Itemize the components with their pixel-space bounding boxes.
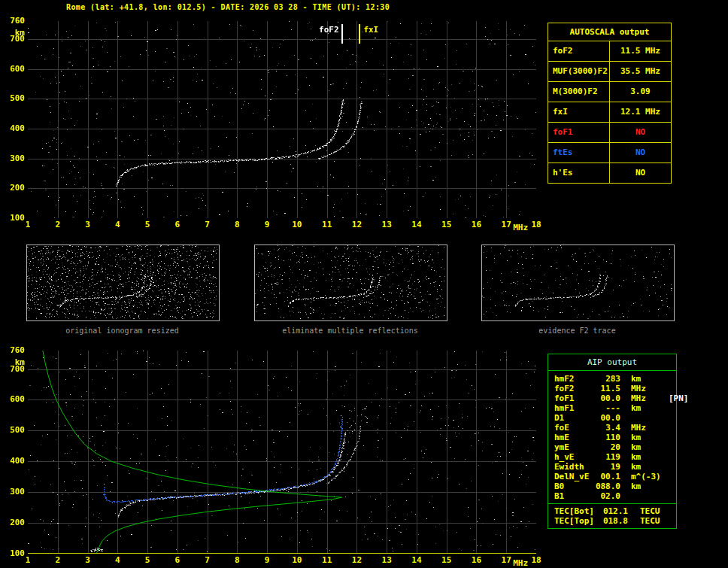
autoscala-row: foF1NO — [548, 123, 671, 143]
tec-row: TEC[Top]018.8TECU — [548, 516, 676, 526]
autoscala-param-label: h'Es — [548, 163, 610, 183]
autoscala-param-label: M(3000)F2 — [548, 82, 610, 102]
aip-row: foF211.5MHz — [548, 384, 676, 393]
y-axis-tick: 200 — [2, 184, 25, 193]
x-axis-tick: 18 — [527, 220, 545, 229]
aip-param-value: 19 — [593, 462, 620, 472]
autoscala-param-label: foF1 — [548, 123, 610, 142]
aip-param-unit: MHz — [631, 384, 666, 393]
x-axis-tick: 13 — [378, 556, 396, 565]
tec-label: TEC[Bot] — [554, 506, 599, 516]
autoscala-param-value: 35.5 MHz — [610, 62, 671, 81]
aip-row: ymE20km — [548, 442, 676, 452]
x-axis-tick: 5 — [138, 220, 156, 229]
x-axis-tick: 15 — [438, 556, 456, 565]
aip-param-unit: km — [631, 481, 666, 491]
autoscala-param-label: ftEs — [548, 143, 610, 163]
x-axis-tick: 12 — [347, 220, 366, 229]
aip-param-unit: km — [631, 433, 666, 442]
autoscala-param-value: 12.1 MHz — [610, 102, 671, 122]
x-axis-tick: 9 — [258, 220, 276, 229]
aip-row: Ewidth19km — [548, 462, 676, 472]
thumbnail-original-ionogram — [26, 245, 220, 321]
aip-param-value: 20 — [593, 442, 620, 452]
x-axis-tick: 14 — [408, 220, 426, 229]
x-axis-tick: 7 — [199, 556, 217, 565]
tec-value: 018.8 — [599, 516, 628, 526]
aip-param-value: 088.0 — [593, 481, 620, 491]
aip-param-label: hmF1 — [554, 403, 593, 413]
x-axis-tick: 11 — [318, 220, 336, 229]
x-axis-tick: 10 — [288, 220, 306, 229]
x-axis-unit: MHz — [513, 559, 528, 568]
aip-row: hmF2283km — [548, 374, 676, 384]
station-date-time-header: Rome (lat: +41.8, lon: 012.5) - DATE: 20… — [66, 3, 390, 11]
aip-row: h_vE119km — [548, 452, 676, 462]
thumbnail-canvas-original — [27, 245, 217, 319]
autoscala-row: foF211.5 MHz — [548, 41, 671, 62]
thumbnail-canvas-f2 — [482, 245, 672, 319]
x-axis-tick: 1 — [19, 556, 37, 565]
x-axis-tick: 4 — [108, 556, 126, 565]
aip-param-note: [PN] — [666, 393, 689, 403]
ionogram-canvas-profile — [28, 351, 536, 554]
y-axis-tick: 600 — [2, 65, 25, 74]
autoscala-rows: foF211.5 MHzMUF(3000)F235.5 MHzM(3000)F2… — [548, 41, 671, 183]
thumbnail-caption: original ionogram resized — [26, 327, 218, 335]
aip-param-unit: MHz — [631, 423, 666, 433]
autoscala-panel-title: AUTOSCALA output — [548, 23, 671, 41]
y-axis-tick: 600 — [2, 395, 25, 404]
x-axis-tick: 2 — [49, 556, 67, 565]
aip-param-label: foF2 — [554, 384, 593, 393]
aip-row: B102.0 — [548, 491, 676, 501]
x-axis-tick: 6 — [168, 556, 187, 565]
aip-row: foF100.0MHz[PN] — [548, 393, 676, 403]
aip-rows: hmF2283kmfoF211.5MHzfoF100.0MHz[PN]hmF1-… — [548, 371, 676, 503]
ionogram-plot-main: 760700600500400300200100km12345678910111… — [28, 21, 536, 218]
x-axis-tick: 8 — [228, 220, 246, 229]
y-axis-tick: 400 — [2, 457, 25, 466]
x-axis-tick: 5 — [138, 556, 156, 565]
aip-param-unit: km — [631, 403, 666, 413]
aip-param-label: ymE — [554, 442, 593, 452]
aip-row: hmE110km — [548, 433, 676, 442]
aip-param-value: 00.0 — [593, 393, 620, 403]
autoscala-row: h'EsNO — [548, 163, 671, 183]
y-axis-tick: 400 — [2, 124, 25, 133]
x-axis-tick: 12 — [347, 556, 366, 565]
aip-param-unit: MHz — [631, 393, 666, 403]
x-axis-tick: 14 — [408, 556, 426, 565]
autoscala-row: M(3000)F23.09 — [548, 82, 671, 102]
aip-param-label: hmF2 — [554, 374, 593, 384]
y-axis-tick: 500 — [2, 94, 25, 103]
aip-param-label: h_vE — [554, 452, 593, 462]
aip-param-unit — [631, 491, 666, 501]
aip-param-value: 00.0 — [593, 413, 620, 423]
thumbnail-caption: eliminate multiple reflections — [254, 327, 446, 335]
aip-param-unit: m^(-3) — [631, 472, 666, 481]
autoscala-param-value: 11.5 MHz — [610, 41, 671, 61]
aip-param-value: 11.5 — [593, 384, 620, 393]
x-axis-tick: 3 — [79, 220, 97, 229]
y-axis-tick: 200 — [2, 518, 25, 527]
autoscala-param-value: NO — [610, 143, 671, 163]
aip-param-value: 02.0 — [593, 491, 620, 501]
aip-row: foE3.4MHz — [548, 423, 676, 433]
x-axis-tick: 7 — [199, 220, 217, 229]
x-axis-tick: 18 — [527, 556, 545, 565]
autoscala-param-label: MUF(3000)F2 — [548, 62, 610, 81]
x-axis-tick: 11 — [318, 556, 336, 565]
aip-param-label: DelN_vE — [554, 472, 593, 481]
x-axis-tick: 3 — [79, 556, 97, 565]
x-axis-tick: 10 — [288, 556, 306, 565]
x-axis-unit: MHz — [513, 223, 528, 232]
x-axis-tick: 13 — [378, 220, 396, 229]
autoscala-row: fxI12.1 MHz — [548, 102, 671, 123]
aip-param-unit: km — [631, 374, 666, 384]
critical-frequency-marker-label: foF2 — [308, 26, 339, 35]
critical-frequency-marker-label: fxI — [363, 26, 378, 35]
ionogram-canvas-main — [28, 21, 536, 218]
autoscala-param-label: foF2 — [548, 41, 610, 61]
thumbnail-caption: evidence F2 trace — [481, 327, 673, 335]
tec-unit: TECU — [640, 506, 676, 516]
